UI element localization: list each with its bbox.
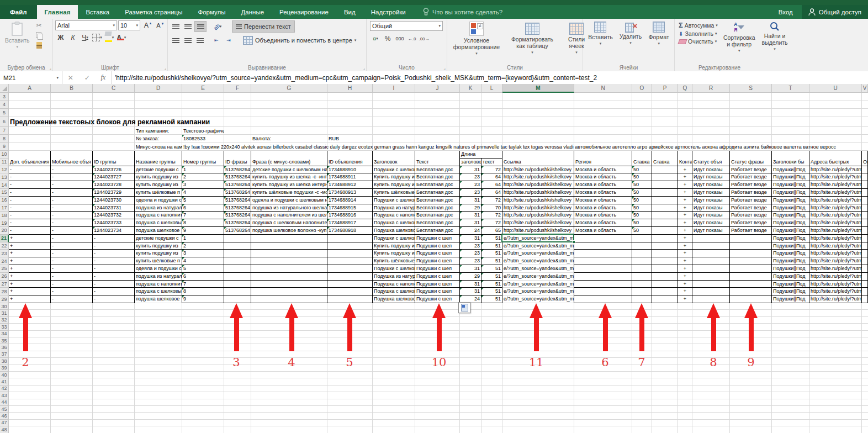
cell-S14[interactable]: Работает везде [730, 181, 772, 189]
cell-N18[interactable]: Москва и область [574, 212, 632, 219]
cell-B15[interactable]: - [51, 189, 93, 197]
cell-N21[interactable] [574, 235, 632, 242]
cell-G29[interactable] [251, 295, 327, 303]
cell-G23[interactable] [251, 250, 327, 257]
cell-V17[interactable] [862, 204, 868, 212]
tab-Вставка[interactable]: Вставка [78, 5, 117, 19]
cell-C15[interactable]: 1244023729 [93, 189, 135, 197]
cell-R16[interactable]: Идут показы [692, 197, 730, 204]
cell-M16[interactable]: http://site.ru/podushki/shelkovy [502, 197, 574, 204]
cell-F14[interactable]: 513768264 [224, 181, 251, 189]
cell-M29[interactable]: e/?utm_source=yandex&utm_m [502, 295, 574, 303]
italic-button[interactable]: К [67, 33, 78, 43]
active-cell-border[interactable] [501, 234, 574, 242]
cell-I24[interactable]: Купить шёлковые п [373, 257, 415, 265]
cell-U23[interactable]: http://site.ru/pledy/?utm [809, 250, 862, 257]
column-header-E[interactable]: E [182, 84, 224, 93]
cell-D23[interactable]: купить подушку из [135, 250, 182, 257]
cell-L24[interactable]: 51 [481, 257, 502, 265]
cell-H14[interactable]: 1734688912 [327, 181, 373, 189]
header-cell-M[interactable]: Ссылка [502, 151, 574, 166]
cell-V28[interactable] [862, 288, 868, 295]
name-box[interactable]: M21▾ [0, 71, 62, 84]
cell-Q16[interactable]: + [678, 197, 692, 204]
cell-T15[interactable]: Подушки||Под [772, 189, 809, 197]
cell-U16[interactable]: http://site.ru/pledy/?utm [809, 197, 862, 204]
cell-P14[interactable] [652, 181, 678, 189]
cell-O14[interactable]: 50 [632, 181, 652, 189]
cell-P12[interactable] [652, 166, 678, 174]
cell-H28[interactable] [327, 288, 373, 295]
cell-C27[interactable]: - [93, 281, 135, 288]
fill-button[interactable]: ⬇Заполнить▾ [677, 30, 719, 38]
cell-I29[interactable]: Подушка шелковое [373, 295, 415, 303]
cell-A20[interactable]: - [9, 227, 51, 235]
cell-I18[interactable]: Подушка с наполни [373, 212, 415, 219]
cell-D16[interactable]: одеяла и подушки с [135, 197, 182, 204]
cell-V21[interactable] [862, 235, 868, 242]
cell-D21[interactable]: детские подушки с [135, 235, 182, 242]
row-header-3[interactable]: 3 [0, 93, 9, 101]
cell-B27[interactable]: - [51, 281, 93, 288]
merge-center-button[interactable]: Объединить и поместить в центре ▾ [241, 35, 358, 46]
copy-button[interactable] [34, 30, 45, 40]
cell-F25[interactable] [224, 265, 251, 273]
row-header-47[interactable]: 47 [0, 420, 9, 426]
select-all-corner[interactable] [0, 84, 9, 93]
cell-Q29[interactable]: + [678, 295, 692, 303]
cell-V25[interactable] [862, 265, 868, 273]
cell-I15[interactable]: Купить шёлковые п [373, 189, 415, 197]
align-top-button[interactable] [170, 22, 181, 31]
cell-O12[interactable]: 50 [632, 166, 652, 174]
cell-A12[interactable]: - [9, 166, 51, 174]
row-header-14[interactable]: 14 [0, 181, 9, 189]
cell-N14[interactable]: Москва и область [574, 181, 632, 189]
cell-E24[interactable]: 4 [182, 257, 224, 265]
column-header-R[interactable]: R [692, 84, 730, 93]
row-header-15[interactable]: 15 [0, 189, 9, 197]
cell-O27[interactable] [632, 281, 652, 288]
cell-R27[interactable] [692, 281, 730, 288]
column-header-D[interactable]: D [135, 84, 182, 93]
cell-T28[interactable]: Подушки||Под [772, 288, 809, 295]
cell-E17[interactable]: 6 [182, 204, 224, 212]
cell-E8[interactable]: 18082533 [182, 135, 224, 143]
cell-T12[interactable]: Подушки||Под [772, 166, 809, 174]
header-cell-S[interactable]: Статус фразы [730, 151, 772, 166]
cell-R15[interactable]: Идут показы [692, 189, 730, 197]
cell-N28[interactable] [574, 288, 632, 295]
row-header-25[interactable]: 25 [0, 265, 9, 273]
cell-R17[interactable]: Идут показы [692, 204, 730, 212]
cell-C21[interactable]: - [93, 235, 135, 242]
format-cells-button[interactable]: Формат ▾ [646, 20, 672, 47]
row-header-17[interactable]: 17 [0, 204, 9, 212]
cell-E27[interactable]: 7 [182, 281, 224, 288]
cell-K12[interactable]: 31 [460, 166, 481, 174]
cell-E20[interactable]: 9 [182, 227, 224, 235]
cell-D27[interactable]: подушка с наполнит [135, 281, 182, 288]
cell-S26[interactable] [730, 273, 772, 281]
cell-C17[interactable]: 1244023731 [93, 204, 135, 212]
cell-F19[interactable]: 513768264 [224, 219, 251, 227]
cell-Q28[interactable]: + [678, 288, 692, 295]
cell-K24[interactable]: 23 [460, 257, 481, 265]
row-header-16[interactable]: 16 [0, 197, 9, 204]
bold-button[interactable]: Ж [55, 33, 66, 43]
header-cell-A[interactable]: Доп. объявления [9, 151, 51, 166]
underline-button[interactable]: Ч▾ [80, 33, 91, 43]
cell-V16[interactable] [862, 197, 868, 204]
row-header-23[interactable]: 23 [0, 250, 9, 257]
cell-F17[interactable]: 513768264 [224, 204, 251, 212]
cell-K28[interactable]: 31 [460, 288, 481, 295]
cell-O20[interactable]: 50 [632, 227, 652, 235]
cell-M26[interactable]: e/?utm_source=yandex&utm_m [502, 273, 574, 281]
cell-I13[interactable]: Купить подушку из [373, 173, 415, 181]
cell-Q24[interactable]: + [678, 257, 692, 265]
font-name-select[interactable]: Arial▾ [55, 20, 117, 30]
font-color-button[interactable]: А▾ [116, 33, 127, 43]
cell-S27[interactable] [730, 281, 772, 288]
header-cell-O[interactable]: Ставка [632, 151, 652, 166]
header-cell-T[interactable]: Заголовки бы [772, 151, 809, 166]
cell-P29[interactable] [652, 295, 678, 303]
cell-D29[interactable]: подушка шелковое [135, 295, 182, 303]
